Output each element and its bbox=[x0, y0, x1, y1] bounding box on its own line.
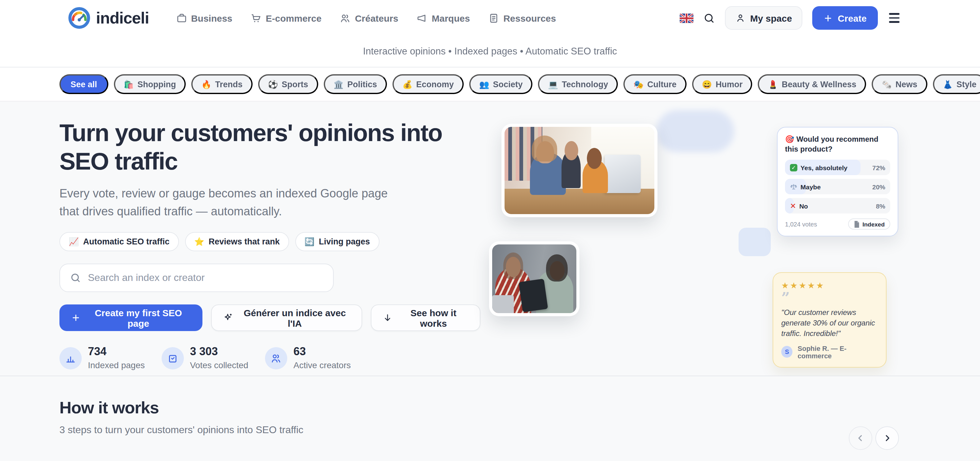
category-pill-beauty-wellness[interactable]: 💄Beauty & Wellness bbox=[758, 74, 866, 94]
category-pill-news[interactable]: 🗞️News bbox=[872, 74, 928, 94]
category-pill-trends[interactable]: 🔥Trends bbox=[192, 74, 253, 94]
page-icon bbox=[854, 221, 860, 228]
briefcase-icon bbox=[176, 13, 187, 23]
indiceli-homepage: indiceli Business E-commerce bbox=[0, 0, 980, 461]
hero-title: Turn your customers' opinions into SEO t… bbox=[59, 119, 468, 175]
scales-icon bbox=[790, 183, 797, 191]
testimonial-author-name: Sophie R. — E-commerce bbox=[798, 344, 878, 359]
star-icon: ⭐ bbox=[194, 237, 204, 246]
poll-option-percent: 72% bbox=[872, 164, 885, 172]
brand-logo[interactable]: indiceli bbox=[68, 7, 149, 29]
category-label: Shopping bbox=[137, 79, 176, 89]
indexed-label: Indexed bbox=[862, 221, 885, 228]
poll-option-label: No bbox=[799, 202, 808, 210]
tagline-row: Interactive opinions • Indexed pages • A… bbox=[0, 36, 980, 67]
users-icon bbox=[265, 347, 287, 370]
hero-left-column: Turn your customers' opinions into SEO t… bbox=[59, 119, 480, 370]
chart-increasing-icon: 📈 bbox=[69, 237, 79, 246]
people-icon: 👥 bbox=[479, 79, 489, 89]
poll-option-label: Yes, absolutely bbox=[800, 164, 848, 172]
cross-icon: ✕ bbox=[790, 202, 796, 210]
money-bag-icon: 💰 bbox=[402, 79, 412, 89]
nav-label: Ressources bbox=[503, 13, 556, 23]
category-pill-see-all[interactable]: See all bbox=[59, 74, 108, 94]
grinning-face-icon: 😄 bbox=[702, 79, 712, 89]
poll-option-percent: 20% bbox=[872, 183, 885, 191]
badge-label: Living pages bbox=[319, 237, 370, 246]
chevron-right-icon bbox=[882, 433, 892, 443]
header-actions: My space Create bbox=[680, 6, 901, 30]
hero-subtitle: Every vote, review or gauge becomes an i… bbox=[59, 185, 399, 221]
brand-name: indiceli bbox=[96, 8, 149, 27]
category-label: Culture bbox=[647, 79, 677, 89]
category-pill-economy[interactable]: 💰Economy bbox=[393, 74, 464, 94]
poll-option-yes[interactable]: ✓ Yes, absolutely 72% bbox=[785, 160, 890, 175]
category-pill-style[interactable]: 👗Style bbox=[933, 74, 980, 94]
poll-option-maybe[interactable]: Maybe 20% bbox=[785, 179, 890, 195]
stat-votes-collected: 3 303 Votes collected bbox=[162, 346, 248, 370]
category-pill-humor[interactable]: 😄Humor bbox=[692, 74, 752, 94]
badge-label: Reviews that rank bbox=[208, 237, 280, 246]
users-icon bbox=[340, 13, 351, 23]
lipstick-icon: 💄 bbox=[768, 79, 778, 89]
hero-section: Turn your customers' opinions into SEO t… bbox=[0, 102, 980, 375]
nav-item-marques[interactable]: Marques bbox=[417, 13, 470, 23]
nav-label: Créateurs bbox=[355, 13, 398, 23]
megaphone-icon bbox=[417, 13, 428, 23]
theater-masks-icon: 🎭 bbox=[634, 79, 644, 89]
stat-indexed-pages: 734 Indexed pages bbox=[59, 346, 145, 370]
category-pill-shopping[interactable]: 🛍️Shopping bbox=[114, 74, 186, 94]
see-all-label: See all bbox=[71, 79, 97, 89]
carousel-next-button[interactable] bbox=[875, 426, 899, 450]
my-space-label: My space bbox=[750, 13, 792, 23]
see-how-it-works-button[interactable]: See how it works bbox=[371, 305, 480, 331]
category-pill-technology[interactable]: 💻Technology bbox=[538, 74, 618, 94]
carousel-prev-button[interactable] bbox=[849, 426, 872, 450]
search-icon[interactable] bbox=[703, 12, 715, 24]
testimonial-card: ★★★★★ ” "Our customer reviews generate 3… bbox=[773, 272, 886, 367]
decorative-square-shape bbox=[738, 228, 771, 256]
generate-index-ai-button[interactable]: Générer un indice avec l'IA bbox=[211, 305, 362, 331]
menu-icon[interactable] bbox=[888, 12, 901, 24]
category-bar: See all 🛍️Shopping 🔥Trends ⚽Sports 🏛️Pol… bbox=[0, 67, 980, 102]
category-pill-society[interactable]: 👥Society bbox=[469, 74, 533, 94]
nav-item-createurs[interactable]: Créateurs bbox=[340, 13, 398, 23]
uk-flag-icon[interactable] bbox=[680, 13, 694, 22]
sparkles-icon bbox=[223, 313, 233, 323]
create-button[interactable]: Create bbox=[813, 6, 878, 30]
badge-automatic-seo-traffic: 📈 Automatic SEO traffic bbox=[59, 232, 179, 251]
category-label: Economy bbox=[416, 79, 454, 89]
create-first-seo-page-button[interactable]: Create my first SEO page bbox=[59, 305, 202, 331]
poll-option-percent: 8% bbox=[876, 202, 885, 210]
category-label: Society bbox=[493, 79, 522, 89]
how-it-works-section: How it works 3 steps to turn your custom… bbox=[0, 376, 980, 461]
classical-building-icon: 🏛️ bbox=[334, 79, 344, 89]
nav-item-ecommerce[interactable]: E-commerce bbox=[251, 13, 321, 23]
poll-option-no[interactable]: ✕ No 8% bbox=[785, 198, 890, 214]
tagline-text: Interactive opinions • Indexed pages • A… bbox=[363, 46, 617, 57]
nav-item-ressources[interactable]: Ressources bbox=[488, 13, 556, 23]
category-pill-sports[interactable]: ⚽Sports bbox=[258, 74, 318, 94]
header: indiceli Business E-commerce bbox=[0, 0, 980, 67]
category-pill-culture[interactable]: 🎭Culture bbox=[624, 74, 687, 94]
category-pill-politics[interactable]: 🏛️Politics bbox=[324, 74, 387, 94]
plus-icon bbox=[71, 313, 81, 323]
document-icon bbox=[488, 13, 499, 23]
poll-card: 🎯 Would you recommend this product? ✓ Ye… bbox=[777, 127, 898, 237]
stat-value: 3 303 bbox=[190, 346, 248, 359]
my-space-button[interactable]: My space bbox=[725, 6, 803, 30]
nav-item-business[interactable]: Business bbox=[176, 13, 232, 23]
stat-label: Indexed pages bbox=[88, 361, 145, 370]
badge-label: Automatic SEO traffic bbox=[83, 237, 169, 246]
nav-label: Business bbox=[191, 13, 232, 23]
feature-badges: 📈 Automatic SEO traffic ⭐ Reviews that r… bbox=[59, 232, 480, 251]
badge-living-pages: 🔄 Living pages bbox=[295, 232, 380, 251]
nav-label: Marques bbox=[432, 13, 470, 23]
testimonial-quote: "Our customer reviews generate 30% of ou… bbox=[781, 307, 878, 339]
gauge-logo-icon bbox=[68, 7, 91, 29]
search-input[interactable] bbox=[88, 273, 323, 284]
photo-placeholder bbox=[492, 245, 576, 313]
hero-photo-team-office bbox=[501, 124, 657, 217]
chevron-left-icon bbox=[856, 433, 865, 443]
person-icon bbox=[735, 13, 745, 23]
